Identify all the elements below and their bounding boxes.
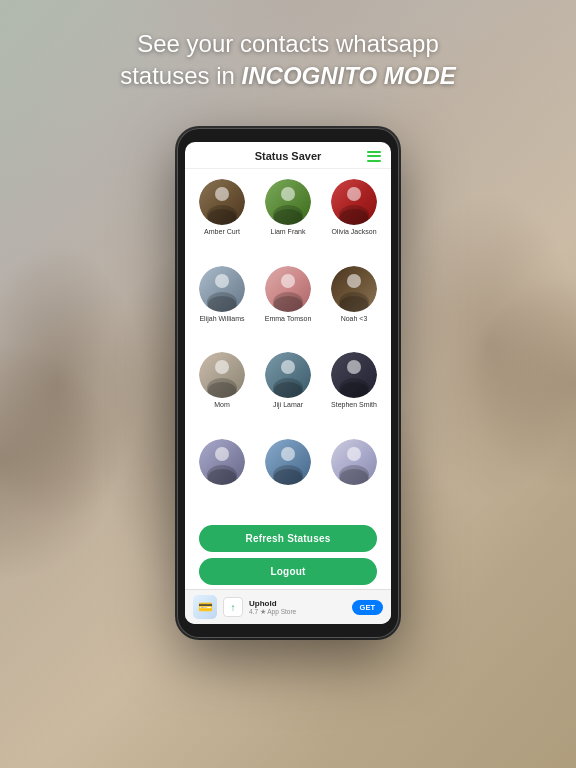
refresh-button[interactable]: Refresh Statuses xyxy=(199,525,377,552)
logout-button[interactable]: Logout xyxy=(199,558,377,585)
contact-avatar xyxy=(331,266,377,312)
contact-item[interactable] xyxy=(259,439,317,509)
buttons-area: Refresh Statuses Logout xyxy=(185,519,391,589)
contact-item[interactable]: Liam Frank xyxy=(259,179,317,258)
contact-name: Mom xyxy=(214,401,230,409)
menu-icon[interactable] xyxy=(367,151,381,162)
app-title: Status Saver xyxy=(255,150,322,162)
contact-name: Noah <3 xyxy=(341,315,368,323)
contact-item[interactable]: Olivia Jackson xyxy=(325,179,383,258)
ad-get-button[interactable]: GET xyxy=(352,600,383,615)
contact-item[interactable] xyxy=(193,439,251,509)
ad-info: Uphold 4.7 ★ App Store xyxy=(249,599,346,616)
contact-item[interactable]: Emma Tomson xyxy=(259,266,317,345)
headline-line2: statuses in xyxy=(120,62,241,89)
headline-text: See your contacts whatsapp statuses in I… xyxy=(40,28,536,93)
contact-name: Liam Frank xyxy=(270,228,305,236)
contact-avatar xyxy=(199,266,245,312)
app-header: Status Saver xyxy=(185,142,391,169)
contact-item[interactable]: Stephen Smith xyxy=(325,352,383,431)
contacts-grid: Amber CurtLiam FrankOlivia JacksonElijah… xyxy=(185,169,391,519)
contact-avatar xyxy=(199,439,245,485)
contact-avatar xyxy=(331,439,377,485)
headline: See your contacts whatsapp statuses in I… xyxy=(0,28,576,93)
contact-avatar xyxy=(199,352,245,398)
ad-logo xyxy=(223,597,243,617)
headline-bold: INCOGNITO MODE xyxy=(242,62,456,89)
headline-line1: See your contacts whatsapp xyxy=(137,30,439,57)
contact-avatar xyxy=(265,439,311,485)
contact-name: Amber Curt xyxy=(204,228,240,236)
contact-name: Stephen Smith xyxy=(331,401,377,409)
tablet-frame: Status Saver Amber CurtLiam FrankOlivia … xyxy=(177,128,399,638)
contact-item[interactable]: Noah <3 xyxy=(325,266,383,345)
contact-avatar xyxy=(265,352,311,398)
contact-name: Elijah Williams xyxy=(199,315,244,323)
ad-banner: Uphold 4.7 ★ App Store GET xyxy=(185,589,391,624)
ad-name: Uphold xyxy=(249,599,346,608)
contact-name: Jiji Lamar xyxy=(273,401,303,409)
tablet-screen: Status Saver Amber CurtLiam FrankOlivia … xyxy=(185,142,391,624)
contact-item[interactable]: Amber Curt xyxy=(193,179,251,258)
ad-icon xyxy=(193,595,217,619)
contact-avatar xyxy=(265,179,311,225)
contact-avatar xyxy=(265,266,311,312)
contact-avatar xyxy=(199,179,245,225)
contact-item[interactable]: Jiji Lamar xyxy=(259,352,317,431)
contact-avatar xyxy=(331,179,377,225)
contact-item[interactable] xyxy=(325,439,383,509)
contact-avatar xyxy=(331,352,377,398)
contact-item[interactable]: Mom xyxy=(193,352,251,431)
contact-name: Emma Tomson xyxy=(265,315,312,323)
contact-item[interactable]: Elijah Williams xyxy=(193,266,251,345)
ad-rating: 4.7 ★ App Store xyxy=(249,608,346,616)
contact-name: Olivia Jackson xyxy=(331,228,376,236)
